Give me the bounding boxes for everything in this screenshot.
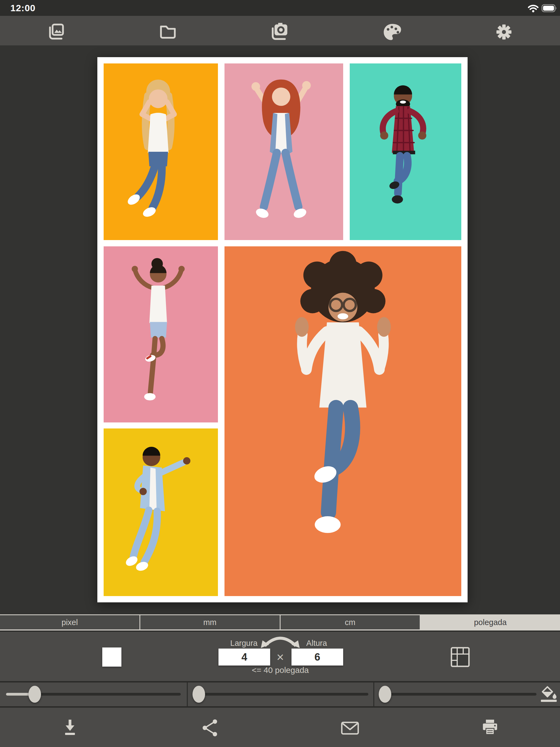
collage-photo-6[interactable] <box>225 247 461 596</box>
email-icon <box>339 718 360 738</box>
slider-3-thumb[interactable] <box>379 686 391 703</box>
slider-1-thumb[interactable] <box>28 686 41 703</box>
height-input[interactable] <box>291 649 343 666</box>
folder-icon <box>157 22 178 42</box>
person-plaid-man-figure <box>350 63 461 240</box>
palette-icon <box>382 22 403 42</box>
slider-1 <box>0 682 187 706</box>
slider-2-thumb[interactable] <box>193 686 205 703</box>
app: 12:00 <box>0 0 560 747</box>
size-limit-text: <= 40 polegada <box>226 666 335 675</box>
unit-tab-cm[interactable]: cm <box>280 615 420 629</box>
share-button[interactable] <box>198 716 222 739</box>
person-redhead-figure <box>225 63 343 240</box>
swap-dimensions-icon[interactable] <box>260 634 301 649</box>
palette-button[interactable] <box>381 21 403 43</box>
wifi-icon <box>527 4 539 12</box>
unit-tabbar: pixel mm cm polegada <box>0 614 560 630</box>
battery-icon <box>541 4 558 12</box>
slider-3-track[interactable] <box>380 693 536 696</box>
person-afro-man-figure <box>225 247 461 596</box>
bottom-toolbar <box>0 707 560 747</box>
download-icon <box>60 718 80 738</box>
width-input[interactable] <box>219 649 270 666</box>
save-button[interactable] <box>58 716 82 739</box>
photo-library-icon <box>46 22 67 42</box>
top-toolbar <box>0 16 560 45</box>
person-blonde-figure <box>104 63 218 240</box>
person-girl-figure <box>104 247 218 422</box>
collage-photo-4[interactable] <box>104 247 218 422</box>
unit-tab-pixel[interactable]: pixel <box>0 615 139 629</box>
status-bar: 12:00 <box>0 0 560 16</box>
clock: 12:00 <box>10 3 35 14</box>
camera-icon <box>269 21 291 43</box>
collage-photo-2[interactable] <box>225 63 343 240</box>
times-symbol: × <box>269 650 291 664</box>
slider-2-track[interactable] <box>194 693 368 696</box>
slider-2 <box>187 682 374 706</box>
collage-canvas[interactable] <box>97 57 467 602</box>
camera-button[interactable] <box>269 21 291 43</box>
photo-library-button[interactable] <box>45 21 67 43</box>
folder-button[interactable] <box>157 21 179 43</box>
paint-bucket-icon[interactable] <box>539 685 558 703</box>
unit-tab-polegada[interactable]: polegada <box>420 615 560 629</box>
print-button[interactable] <box>478 716 502 739</box>
adjust-sliders <box>0 682 560 707</box>
collage-photo-1[interactable] <box>104 63 218 240</box>
slider-3 <box>373 682 560 706</box>
collage-photo-5[interactable] <box>104 429 218 596</box>
gear-icon <box>493 22 514 42</box>
person-denim-man-figure <box>104 429 218 596</box>
email-button[interactable] <box>338 716 362 739</box>
size-controls: Largura Altura × <= 40 polegada <box>0 632 560 682</box>
settings-button[interactable] <box>493 21 515 43</box>
print-icon <box>480 718 500 738</box>
collage-photo-3[interactable] <box>350 63 461 240</box>
collage-layout-icon[interactable] <box>451 647 470 667</box>
share-icon <box>200 718 220 738</box>
background-color-swatch[interactable] <box>102 647 121 667</box>
unit-tab-mm[interactable]: mm <box>139 615 280 629</box>
